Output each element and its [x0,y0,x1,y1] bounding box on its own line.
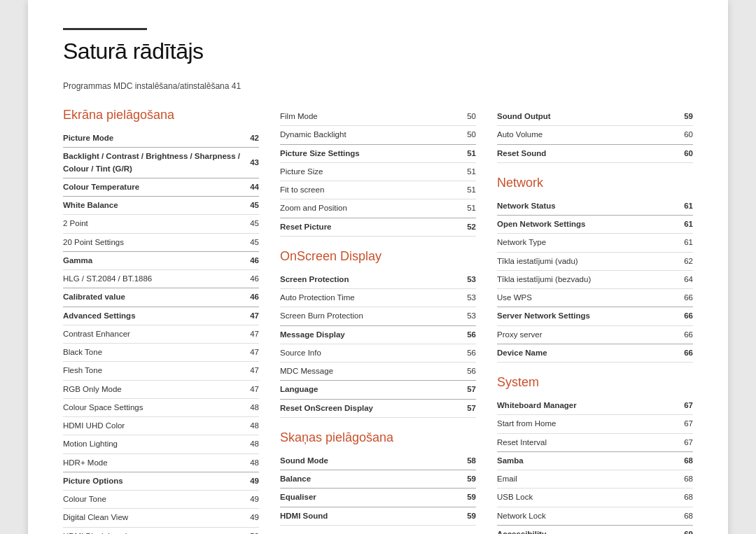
item-label: HDMI UHD Color [63,417,242,435]
item-label: Picture Options [63,472,242,490]
item-page-number: 57 [446,381,476,399]
item-page-number: 60 [646,144,693,162]
item-page-number: 43 [242,148,259,178]
item-page-number: 67 [659,433,693,451]
list-item: Server Network Settings66 [497,307,693,325]
item-label: Motion Lighting [63,435,242,454]
list-item: Equaliser59 [280,489,476,507]
section-title-3-2: Network [497,176,693,190]
list-item: Source Info56 [280,344,476,362]
list-item: Language57 [280,381,476,399]
item-label: USB Lock [497,489,659,507]
item-page-number: 68 [659,507,693,525]
item-page-number: 46 [242,270,259,288]
list-item: 2 Point45 [63,215,259,233]
list-item: Message Display56 [280,325,476,344]
item-label: Black Tone [63,344,242,362]
list-item: Colour Tone49 [63,491,259,509]
item-page-number: 68 [659,489,693,507]
toc-table-1-1: Picture Mode42Backlight / Contrast / Bri… [63,129,259,534]
item-label: Screen Protection [280,271,446,289]
item-label: Network Type [497,234,664,252]
column-2: Film Mode50Dynamic Backlight50Picture Si… [280,108,497,534]
item-label: Proxy server [497,325,664,344]
item-page-number: 68 [659,470,693,489]
item-page-number: 53 [446,289,476,307]
list-item: USB Lock68 [497,489,693,507]
item-label: Sound Mode [280,452,426,470]
item-page-number: 59 [426,470,476,489]
item-label: HLG / ST.2084 / BT.1886 [63,270,242,288]
toc-table-3-3: Whiteboard Manager67Start from Home67Res… [497,397,693,534]
item-label: Colour Space Settings [63,398,242,416]
item-label: Reset OnScreen Display [280,399,446,417]
list-item: Tīkla iestatījumi (bezvadu)64 [497,270,693,288]
item-page-number: 68 [659,451,693,470]
item-page-number: 59 [646,108,693,126]
item-label: Reset Picture [280,218,442,236]
list-item: Gamma46 [63,251,259,269]
item-page-number: 61 [664,197,693,216]
list-item: HDMI UHD Color48 [63,417,259,435]
item-label: Advanced Settings [63,307,242,325]
item-page-number: 42 [242,129,259,148]
item-page-number: 61 [664,216,693,234]
list-item: Network Lock68 [497,507,693,525]
item-label: Backlight / Contrast / Brightness / Shar… [63,148,242,178]
item-label: Use WPS [497,289,664,307]
item-page-number: 60 [646,126,693,144]
list-item: Device Name66 [497,344,693,362]
list-item: Calibrated value46 [63,288,259,307]
top-rule [63,28,147,30]
item-label: HDR+ Mode [63,454,242,472]
item-label: White Balance [63,197,242,215]
item-page-number: 64 [664,270,693,288]
content-columns: Ekrāna pielāgošanaPicture Mode42Backligh… [63,108,693,534]
section-title-2-2: OnScreen Display [280,249,476,264]
list-item: Tīkla iestatījumi (vadu)62 [497,252,693,270]
item-page-number: 49 [242,491,259,509]
item-page-number: 50 [442,108,476,126]
list-item: Picture Options49 [63,472,259,490]
item-page-number: 53 [446,271,476,289]
item-page-number: 51 [442,144,476,162]
toc-table-2-3: Sound Mode58Balance59Equaliser59HDMI Sou… [280,452,476,526]
list-item: Fit to screen51 [280,181,476,199]
item-page-number: 45 [242,233,259,251]
item-label: Samba [497,451,659,470]
list-item: Black Tone47 [63,344,259,362]
list-item: Picture Size51 [280,162,476,181]
section-title-3-3: System [497,375,693,390]
toc-table-3-2: Network Status61Open Network Settings61N… [497,197,693,363]
list-item: Colour Temperature44 [63,178,259,196]
item-label: Tīkla iestatījumi (bezvadu) [497,270,664,288]
item-page-number: 57 [446,399,476,417]
item-page-number: 44 [242,178,259,196]
item-label: Equaliser [280,489,426,507]
list-item: Dynamic Backlight50 [280,126,476,144]
item-page-number: 69 [659,525,693,534]
intro-text: Programmas MDC instalēšana/atinstalēšana… [63,81,693,91]
item-page-number: 47 [242,362,259,380]
item-label: Network Lock [497,507,659,525]
list-item: Motion Lighting48 [63,435,259,454]
list-item: Advanced Settings47 [63,307,259,325]
item-label: Reset Sound [497,144,646,162]
item-page-number: 48 [242,417,259,435]
list-item: Use WPS66 [497,289,693,307]
item-label: Whiteboard Manager [497,397,659,415]
item-page-number: 62 [664,252,693,270]
list-item: Picture Mode42 [63,129,259,148]
item-page-number: 46 [242,251,259,269]
item-label: 2 Point [63,215,242,233]
toc-table-3-1: Sound Output59Auto Volume60Reset Sound60 [497,108,693,163]
item-page-number: 49 [242,509,259,527]
item-page-number: 52 [442,218,476,236]
item-label: Message Display [280,325,446,344]
item-page-number: 45 [242,215,259,233]
list-item: Film Mode50 [280,108,476,126]
list-item: Whiteboard Manager67 [497,397,693,415]
item-label: Network Status [497,197,664,216]
item-page-number: 59 [426,489,476,507]
list-item: Sound Mode58 [280,452,476,470]
